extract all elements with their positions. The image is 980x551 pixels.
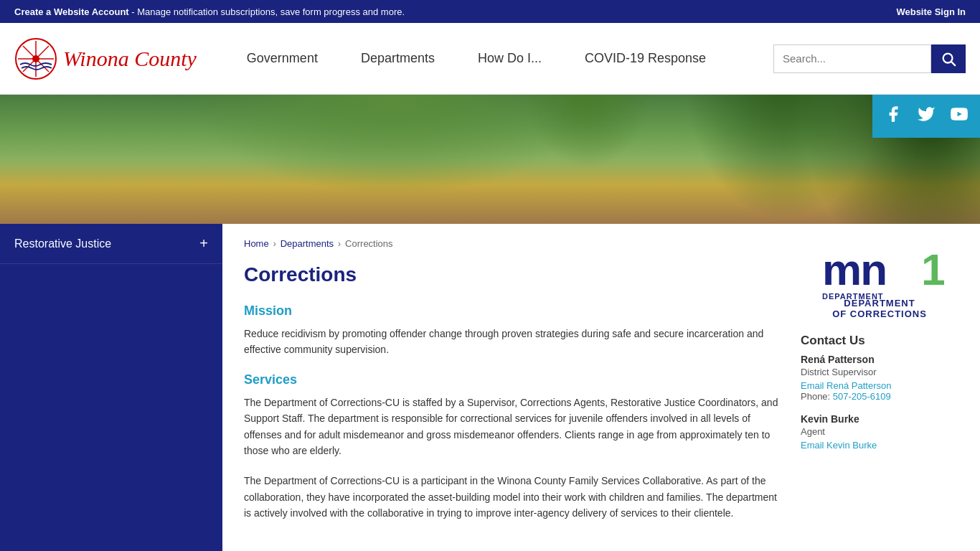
dept-logo: mn 1 DEPARTMENT OF CORRECTIONS DEPARTMEN… [801,238,958,319]
nav-how-do-i[interactable]: How Do I... [456,23,563,95]
nav-covid[interactable]: COVID-19 Response [563,23,727,95]
twitter-icon[interactable] [917,105,936,128]
right-sidebar: mn 1 DEPARTMENT OF CORRECTIONS DEPARTMEN… [801,238,958,551]
svg-text:mn: mn [822,245,886,294]
mn-corrections-logo: mn 1 DEPARTMENT OF CORRECTIONS [815,238,944,303]
hero-banner [0,95,980,224]
contact-1-phone-link[interactable]: 507-205-6109 [833,391,891,402]
breadcrumb-sep-2: › [338,239,341,249]
contact-section: Contact Us Rená Patterson District Super… [801,334,958,451]
mission-heading: Mission [244,303,779,319]
banner-regular-text: - Manage notification subscriptions, sav… [129,6,405,17]
logo-icon [14,37,57,80]
banner-bold-text: Create a Website Account [14,6,129,17]
site-header: Winona County Government Departments How… [0,23,980,95]
site-logo[interactable]: Winona County [14,37,197,80]
sidebar-item-restorative-justice[interactable]: Restorative Justice + [0,224,222,264]
dept-name-line2: OF CORRECTIONS [801,309,958,319]
nav-departments[interactable]: Departments [339,23,456,95]
sign-in-button[interactable]: Website Sign In [896,6,966,17]
content-area: Home › Departments › Corrections Correct… [222,224,980,551]
services-body-2: The Department of Corrections-CU is a pa… [244,473,779,521]
main-nav: Government Departments How Do I... COVID… [225,23,773,95]
search-icon [941,51,956,67]
contact-2-email[interactable]: Email Kevin Burke [801,440,958,451]
svg-text:1: 1 [921,245,944,294]
top-banner: Create a Website Account - Manage notifi… [0,0,980,23]
main-content: Home › Departments › Corrections Correct… [244,238,779,551]
social-bar [872,95,980,138]
services-heading: Services [244,372,779,387]
breadcrumb-sep-1: › [273,239,276,249]
social-bar-overlay [872,95,980,138]
contact-block-1: Rená Patterson District Supervisor Email… [801,354,958,402]
svg-point-5 [32,55,39,62]
mission-body: Reduce recidivism by promoting offender … [244,326,779,358]
expand-icon: + [199,235,208,252]
contact-2-name: Kevin Burke [801,413,958,425]
contact-1-email[interactable]: Email Rená Patterson [801,380,958,391]
page-title: Corrections [244,263,779,286]
search-button[interactable] [931,44,966,73]
banner-left-text: Create a Website Account - Manage notifi… [14,6,405,17]
contact-1-name: Rená Patterson [801,354,958,365]
contact-1-role: District Supervisor [801,367,958,377]
svg-line-7 [951,62,955,65]
services-body-1: The Department of Corrections-CU is staf… [244,395,779,459]
contact-2-role: Agent [801,426,958,437]
contact-1-phone: Phone: 507-205-6109 [801,391,958,402]
contact-title: Contact Us [801,334,958,348]
nav-government[interactable]: Government [225,23,339,95]
breadcrumb-departments[interactable]: Departments [281,238,334,249]
logo-text: Winona County [63,47,197,71]
facebook-icon[interactable] [884,105,903,128]
sidebar-item-label: Restorative Justice [14,237,111,250]
breadcrumb: Home › Departments › Corrections [244,238,779,249]
main-layout: Restorative Justice + Home › Departments… [0,224,980,551]
youtube-icon[interactable] [950,105,969,128]
breadcrumb-current: Corrections [345,238,392,249]
breadcrumb-home[interactable]: Home [244,238,269,249]
contact-block-2: Kevin Burke Agent Email Kevin Burke [801,413,958,451]
search-input[interactable] [773,44,931,73]
search-area [773,44,966,73]
sidebar: Restorative Justice + [0,224,222,551]
